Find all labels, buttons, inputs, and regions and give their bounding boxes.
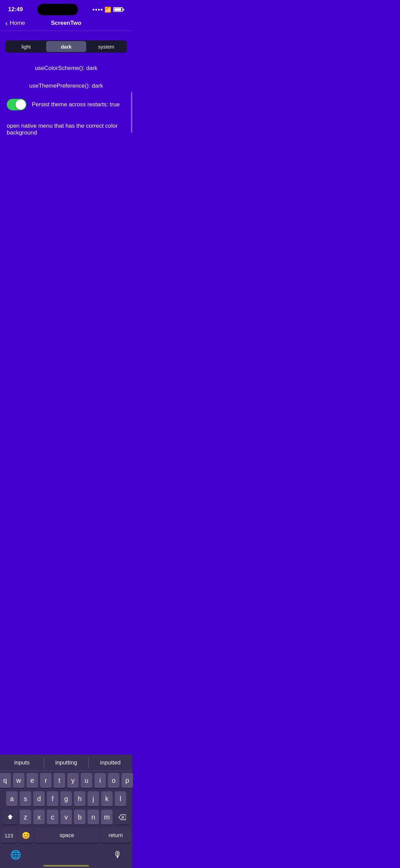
nav-bar: ‹ Home ScreenTwo — [0, 17, 132, 31]
page-title: ScreenTwo — [51, 20, 81, 26]
segment-control[interactable]: light dark system — [5, 40, 127, 53]
native-menu-text: open native menu that has the correct co… — [0, 117, 132, 144]
chevron-left-icon: ‹ — [5, 20, 8, 26]
persist-toggle-row: Persist theme across restarts: true — [0, 92, 132, 117]
segment-system[interactable]: system — [86, 41, 126, 52]
persist-toggle-label: Persist theme across restarts: true — [32, 101, 120, 108]
segment-light[interactable]: light — [6, 41, 46, 52]
content-area: light dark system useColorScheme(): dark… — [0, 31, 132, 150]
back-label: Home — [10, 20, 25, 26]
status-time: 12:49 — [8, 6, 23, 13]
segment-dark[interactable]: dark — [46, 41, 86, 52]
wifi-icon: 📶 — [104, 6, 111, 13]
theme-preference-text: useThemePreference(): dark — [0, 74, 132, 92]
signal-icon — [93, 9, 102, 11]
color-scheme-text: useColorScheme(): dark — [0, 57, 132, 74]
scroll-indicator — [131, 92, 132, 133]
toggle-knob — [16, 100, 26, 110]
back-button[interactable]: ‹ Home — [5, 20, 25, 26]
dynamic-island — [37, 4, 78, 15]
status-icons: 📶 — [93, 6, 124, 13]
persist-toggle[interactable] — [7, 99, 26, 110]
status-bar: 12:49 📶 — [0, 0, 132, 17]
battery-icon — [113, 7, 124, 12]
